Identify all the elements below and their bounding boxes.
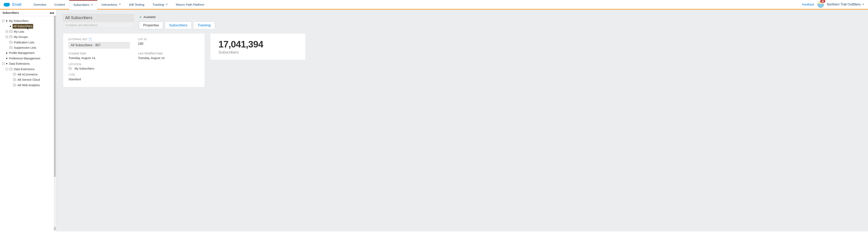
- folder-icon: [9, 30, 12, 33]
- nav-tab-label: Interactions: [101, 3, 117, 6]
- status-text: Available: [144, 15, 156, 18]
- scrollbar-thumb[interactable]: [54, 15, 56, 177]
- svg-point-2: [6, 3, 10, 5]
- tree-label: Data Extensions: [14, 67, 35, 71]
- nav-tab-returnpath[interactable]: Return Path Platform: [172, 0, 208, 9]
- field-value: Tuesday, August 14: [138, 56, 199, 60]
- tree-node-profile-mgmt[interactable]: Profile Management: [2, 50, 56, 55]
- nav-tab-label: Return Path Platform: [176, 3, 204, 6]
- chevron-down-icon: [165, 4, 167, 5]
- expand-icon[interactable]: +: [6, 30, 8, 33]
- field-value: Tuesday, August 14,: [68, 56, 130, 60]
- field-label: LOCATION: [68, 63, 199, 66]
- tree-node-data-extensions[interactable]: − Data Extensions: [2, 67, 56, 72]
- field-external-key: EXTERNAL KEY? All Subscribers - 957: [68, 38, 130, 48]
- check-icon: ✔: [140, 15, 142, 18]
- folder-icon: [9, 68, 12, 70]
- tree-node-ab-ecommerce[interactable]: AB eCommerce: [2, 72, 56, 77]
- tree-label: All Subscribers: [12, 24, 33, 28]
- resize-grip-icon[interactable]: [54, 227, 56, 231]
- tab-tracking[interactable]: Tracking: [193, 22, 215, 29]
- nav-tab-label: A/B Testing: [129, 3, 145, 6]
- expand-icon[interactable]: +: [6, 36, 8, 38]
- tree-label: AB Web Analytics: [18, 83, 40, 87]
- collapse-icon[interactable]: −: [6, 68, 8, 70]
- nav-tab-tracking[interactable]: Tracking: [148, 0, 172, 9]
- field-list-id: LIST ID 180: [138, 38, 199, 48]
- nav-tab-content[interactable]: Content: [51, 0, 69, 9]
- feedback-link[interactable]: Feedback: [802, 3, 814, 6]
- main-layout: Subscribers ◀◀ − My Subscribers All Subs…: [0, 9, 868, 231]
- field-modified-date: Last Modified Date Tuesday, August 14: [138, 52, 199, 60]
- content-header: All Subscribers Contains all subscribers…: [63, 14, 862, 29]
- bullet-icon: [6, 58, 7, 59]
- tree-node-suppression-lists[interactable]: Suppression Lists: [2, 45, 56, 50]
- collapse-icon[interactable]: −: [2, 63, 4, 65]
- sidebar-tree: − My Subscribers All Subscribers + My Li…: [0, 16, 56, 231]
- tree-label: AB eCommerce: [18, 72, 38, 77]
- bullet-icon: [6, 20, 7, 22]
- content-area: All Subscribers Contains all subscribers…: [57, 9, 868, 231]
- chevron-down-icon: [119, 4, 121, 5]
- nav-tab-label: Tracking: [152, 3, 164, 6]
- subscriber-count-value: 17,041,394: [218, 39, 297, 50]
- folder-icon: [13, 78, 16, 81]
- topnav-right: Feedback 42 Northern Trail Outfitters: [802, 1, 868, 8]
- avatar-button[interactable]: 42: [817, 1, 824, 8]
- sidebar-title: Subscribers: [2, 11, 19, 14]
- tree-label: My Groups: [14, 35, 28, 39]
- page-subtitle[interactable]: Contains all subscribers: [63, 22, 134, 28]
- field-created-date: Created Date Tuesday, August 14,: [68, 52, 130, 60]
- bullet-icon: [6, 63, 7, 64]
- sidebar-header: Subscribers ◀◀: [0, 9, 56, 16]
- tree-label: AB Service Cloud: [18, 77, 40, 82]
- nav-tab-label: Overview: [33, 3, 46, 6]
- tree-node-my-subscribers[interactable]: − My Subscribers: [2, 18, 56, 24]
- bullet-icon: [10, 26, 11, 27]
- tree-node-all-subscribers[interactable]: All Subscribers: [2, 24, 56, 29]
- nav-tab-abtesting[interactable]: A/B Testing: [125, 0, 149, 9]
- subscriber-count-card: 17,041,394 Subscribers: [210, 33, 306, 60]
- subscriber-count-label: Subscribers: [218, 50, 297, 54]
- folder-icon: [9, 41, 12, 44]
- top-nav: Email Overview Content Subscribers Inter…: [0, 0, 868, 9]
- app-name[interactable]: Email: [12, 2, 21, 7]
- field-label: Created Date: [68, 52, 130, 55]
- tree-label: Data Extensions: [9, 62, 30, 66]
- field-value: 180: [138, 42, 199, 46]
- page-title[interactable]: All Subscribers: [63, 14, 134, 22]
- content-tabs: Properties Subscribers Tracking: [139, 22, 215, 29]
- status-indicator: ✔ Available: [140, 14, 215, 18]
- folder-icon: [9, 36, 12, 38]
- nav-tab-overview[interactable]: Overview: [29, 0, 51, 9]
- tree-node-preference-mgmt[interactable]: Preference Management: [2, 56, 56, 61]
- tab-properties[interactable]: Properties: [139, 22, 163, 29]
- nav-tab-interactions[interactable]: Interactions: [97, 0, 125, 9]
- sidebar-scrollbar[interactable]: [54, 15, 56, 231]
- tree-node-data-extensions-root[interactable]: − Data Extensions: [2, 61, 56, 66]
- svg-point-1: [4, 3, 7, 5]
- notification-badge: 42: [820, 0, 825, 3]
- folder-icon: [9, 46, 12, 49]
- tree-node-my-groups[interactable]: + My Groups: [2, 34, 56, 40]
- nav-tab-subscribers[interactable]: Subscribers: [69, 0, 97, 9]
- help-icon[interactable]: ?: [89, 38, 92, 41]
- collapse-icon[interactable]: −: [2, 20, 4, 22]
- tree-node-ab-service-cloud[interactable]: AB Service Cloud: [2, 77, 56, 82]
- chevron-down-icon: [91, 4, 93, 5]
- tree-node-publication-lists[interactable]: Publication Lists: [2, 40, 56, 45]
- salesforce-logo-icon: [3, 2, 10, 7]
- org-switcher[interactable]: Northern Trail Outfitters: [827, 3, 864, 6]
- tab-subscribers[interactable]: Subscribers: [165, 22, 192, 29]
- field-label: Last Modified Date: [138, 52, 199, 55]
- folder-icon: [13, 84, 16, 86]
- tree-node-ab-web-analytics[interactable]: AB Web Analytics: [2, 82, 56, 88]
- collapse-sidebar-icon[interactable]: ◀◀: [50, 11, 54, 14]
- folder-icon: [68, 67, 72, 70]
- cursor-icon: [27, 26, 30, 30]
- nav-tab-label: Subscribers: [73, 3, 89, 6]
- tree-label: Suppression Lists: [14, 45, 36, 50]
- external-key-input[interactable]: All Subscribers - 957: [68, 42, 130, 48]
- field-location: LOCATION My Subscribers: [68, 63, 199, 70]
- tree-label: My Lists: [14, 29, 24, 34]
